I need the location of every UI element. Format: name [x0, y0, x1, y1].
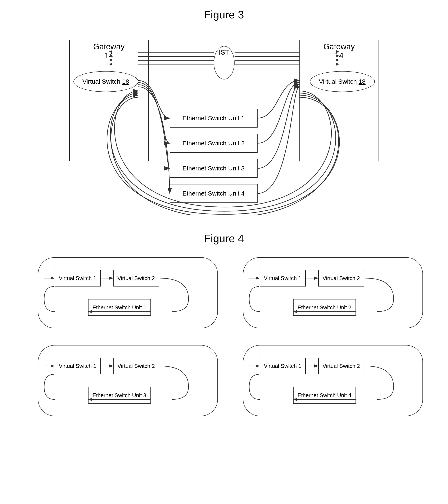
fig4-unit3-vs2: Virtual Switch 2	[113, 358, 159, 374]
vs-ellipse-left: Virtual Switch 18	[74, 71, 138, 92]
figure4-grid: Virtual Switch 1 Virtual Switch 2 Ethern…	[25, 257, 423, 416]
figure4-unit-4: Virtual Switch 1 Virtual Switch 2 Ethern…	[243, 345, 423, 416]
fig4-unit2-outline	[243, 257, 423, 328]
fig4-unit2-vs2: Virtual Switch 2	[318, 270, 364, 287]
figure4-title: Figure 4	[0, 232, 448, 245]
fig4-unit3-vs1: Virtual Switch 1	[55, 358, 101, 374]
fig4-unit4-vs1: Virtual Switch 1	[260, 358, 306, 374]
gateway-label-right: Gateway 14	[300, 42, 378, 60]
fig4-unit3-esu: Ethernet Switch Unit 3	[88, 387, 151, 404]
figure4-unit-2: Virtual Switch 1 Virtual Switch 2 Ethern…	[243, 257, 423, 328]
fig4-unit1-esu: Ethernet Switch Unit 1	[88, 299, 151, 316]
esu-box-3: Ethernet Switch Unit 3	[170, 159, 258, 178]
esu-box-2: Ethernet Switch Unit 2	[170, 134, 258, 153]
figure4-unit-3: Virtual Switch 1 Virtual Switch 2 Ethern…	[38, 345, 218, 416]
fig4-unit1-vs1: Virtual Switch 1	[55, 270, 101, 287]
gateway-box-right: Gateway 14	[299, 40, 379, 161]
vs-ellipse-right: Virtual Switch 18	[310, 71, 375, 92]
esu-box-4: Ethernet Switch Unit 4	[170, 184, 258, 203]
figure4-unit-1: Virtual Switch 1 Virtual Switch 2 Ethern…	[38, 257, 218, 328]
gateway-label-left: Gateway 14	[70, 42, 148, 60]
ist-ellipse: IST	[214, 46, 235, 79]
fig4-unit2-vs1: Virtual Switch 1	[260, 270, 306, 287]
fig4-unit4-vs2: Virtual Switch 2	[318, 358, 364, 374]
figure3-title: Figure 3	[0, 0, 448, 21]
fig4-unit3-outline	[38, 345, 218, 416]
fig4-unit2-esu: Ethernet Switch Unit 2	[293, 299, 356, 316]
esu-box-1: Ethernet Switch Unit 1	[170, 109, 258, 127]
figure3-diagram: Gateway 14 Gateway 14 Virtual Switch 18 …	[57, 27, 392, 216]
gateway-box-left: Gateway 14	[69, 40, 149, 161]
fig4-unit1-vs2: Virtual Switch 2	[113, 270, 159, 287]
fig4-unit1-outline	[38, 257, 218, 328]
fig4-unit4-esu: Ethernet Switch Unit 4	[293, 387, 356, 404]
fig4-unit4-outline	[243, 345, 423, 416]
